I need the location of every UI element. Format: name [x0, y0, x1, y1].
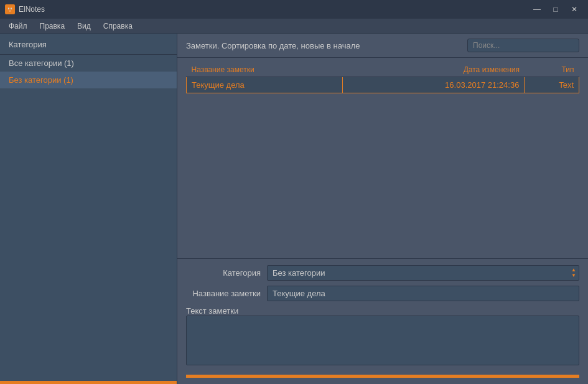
app-icon [5, 4, 15, 14]
notes-title: Заметки. Сортировка по дате, новые в нач… [186, 41, 467, 50]
note-text-label: Текст заметки [186, 306, 579, 316]
col-header-name: Название заметки [187, 63, 343, 77]
note-name-label: Название заметки [186, 289, 261, 298]
note-text-textarea[interactable] [186, 316, 579, 365]
sidebar-list: Все категории (1) Без категории (1) [0, 55, 177, 381]
sidebar-header: Категория [0, 34, 177, 55]
titlebar: ElNotes — □ ✕ [0, 0, 588, 19]
minimize-button[interactable]: — [528, 2, 546, 16]
right-panel: Заметки. Сортировка по дате, новые в нач… [177, 34, 588, 384]
menubar: Файл Правка Вид Справка [0, 19, 588, 34]
sidebar-item-all-categories[interactable]: Все категории (1) [0, 55, 177, 72]
svg-point-0 [6, 6, 14, 13]
sidebar: Категория Все категории (1) Без категори… [0, 34, 177, 384]
notes-header: Заметки. Сортировка по дате, новые в нач… [177, 34, 588, 58]
svg-point-4 [11, 9, 11, 9]
app-title: ElNotes [19, 5, 528, 14]
menu-file[interactable]: Файл [2, 21, 34, 32]
window-controls: — □ ✕ [528, 2, 583, 16]
menu-edit[interactable]: Правка [34, 21, 72, 32]
search-input[interactable] [467, 39, 579, 52]
category-select[interactable]: Без категории [268, 266, 569, 280]
main-container: Категория Все категории (1) Без категори… [0, 34, 588, 384]
col-header-date: Дата изменения [343, 63, 525, 77]
select-arrows-icon: ▲ ▼ [569, 268, 579, 278]
sidebar-footer [0, 381, 177, 384]
note-type-cell: Text [525, 77, 579, 93]
maximize-button[interactable]: □ [547, 2, 564, 16]
menu-help[interactable]: Справка [97, 21, 139, 32]
note-text-section: Текст заметки [186, 306, 579, 367]
note-date-cell: 16.03.2017 21:24:36 [343, 77, 525, 93]
bottom-form: Категория Без категории ▲ ▼ Название зам… [177, 258, 588, 384]
sidebar-item-no-category[interactable]: Без категории (1) [0, 72, 177, 88]
notes-table-container: Название заметки Дата изменения Тип Теку… [177, 58, 588, 258]
table-row[interactable]: Текущие дела16.03.2017 21:24:36Text [187, 77, 579, 93]
category-select-wrapper: Без категории ▲ ▼ [267, 265, 579, 281]
close-button[interactable]: ✕ [566, 2, 583, 16]
svg-point-3 [8, 9, 9, 9]
notes-table: Название заметки Дата изменения Тип Теку… [186, 63, 579, 93]
category-label: Категория [186, 268, 261, 278]
category-row: Категория Без категории ▲ ▼ [186, 265, 579, 281]
bottom-footer [186, 375, 579, 378]
note-name-input[interactable] [267, 286, 579, 301]
note-name-cell: Текущие дела [187, 77, 343, 93]
col-header-type: Тип [525, 63, 579, 77]
note-name-row: Название заметки [186, 286, 579, 301]
menu-view[interactable]: Вид [71, 21, 97, 32]
